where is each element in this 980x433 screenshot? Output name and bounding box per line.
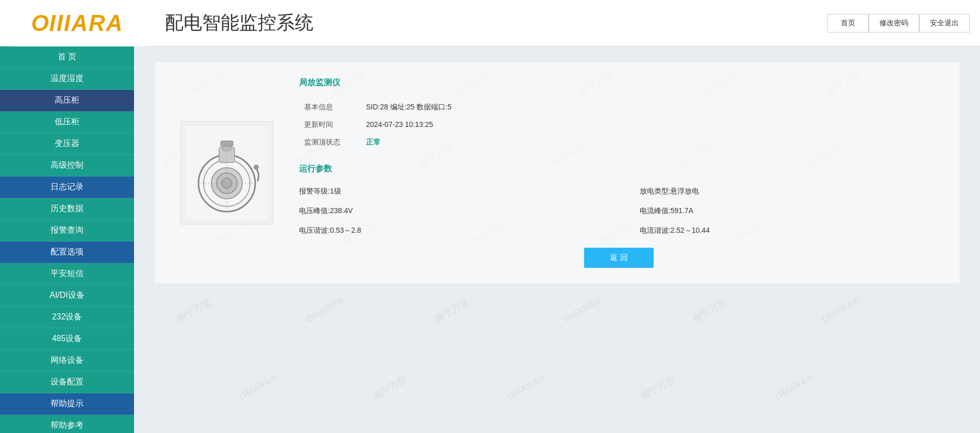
params-grid: 报警等级:1级 放电类型:悬浮放电 电压峰值:238.4V 电流峰值:591.7… [299, 185, 939, 237]
sidebar-item-alarm-query[interactable]: 报警查询 [0, 220, 134, 242]
sidebar-item-log-record[interactable]: 日志记录 [0, 177, 134, 198]
sidebar-item-history-data[interactable]: 历史数据 [0, 198, 134, 220]
sidebar-item-advanced-control[interactable]: 高级控制 [0, 155, 134, 177]
monitor-status-value: 正常 [361, 134, 939, 151]
svg-rect-8 [221, 141, 233, 146]
device-image-area [175, 77, 278, 268]
sidebar-item-network-device[interactable]: 网络设备 [0, 350, 134, 372]
param-current-harmonic: 电流谐波:2.52～10.44 [640, 224, 939, 237]
back-button[interactable]: 返 回 [584, 248, 653, 268]
params-title: 运行参数 [299, 164, 939, 177]
device-info: 局放监测仪 基本信息 SID:28 编址:25 数据端口:5 更新时间 2024… [299, 77, 939, 268]
sidebar-item-temp-humidity[interactable]: 温度湿度 [0, 68, 134, 90]
logout-button[interactable]: 安全退出 [919, 14, 970, 33]
monitor-status-label: 监测顶状态 [299, 134, 361, 151]
sidebar-item-help-ref[interactable]: 帮助参考 [0, 415, 134, 433]
sidebar: 首 页 温度湿度 高压柜 低压柜 变压器 高级控制 日志记录 历史数据 报警查询… [0, 46, 134, 433]
back-btn-area: 返 回 [299, 248, 939, 268]
device-section-title: 局放监测仪 [299, 77, 939, 90]
body-container: 首 页 温度湿度 高压柜 低压柜 变压器 高级控制 日志记录 历史数据 报警查询… [0, 46, 980, 433]
sidebar-item-aidi-device[interactable]: AI/DI设备 [0, 285, 134, 307]
home-button[interactable]: 首页 [827, 14, 869, 33]
sidebar-item-device-config[interactable]: 设备配置 [0, 372, 134, 393]
svg-point-9 [254, 165, 259, 170]
basic-info-label: 基本信息 [299, 99, 361, 116]
basic-info-table: 基本信息 SID:28 编址:25 数据端口:5 更新时间 2024-07-23… [299, 99, 939, 151]
param-discharge-type: 放电类型:悬浮放电 [640, 185, 939, 198]
main-content: OMARA® 南宁万世 OMARA® 南宁万世 OMARA® 南宁万世 南宁万世… [134, 46, 980, 433]
param-voltage-peak: 电压峰值:238.4V [299, 204, 599, 218]
sidebar-item-sms[interactable]: 平安短信 [0, 263, 134, 285]
header: OIIIARA 配电智能监控系统 首页 修改密码 安全退出 [0, 0, 980, 46]
sidebar-item-home[interactable]: 首 页 [0, 46, 134, 68]
logo: OIIIARA [31, 10, 123, 36]
update-time-row: 更新时间 2024-07-23 10:13:25 [299, 116, 939, 134]
device-image [180, 121, 273, 224]
sidebar-item-rs232-device[interactable]: 232设备 [0, 307, 134, 328]
param-alarm-level: 报警等级:1级 [299, 185, 599, 198]
update-time-value: 2024-07-23 10:13:25 [361, 116, 939, 134]
update-time-label: 更新时间 [299, 116, 361, 134]
header-buttons: 首页 修改密码 安全退出 [827, 14, 970, 33]
sidebar-item-config-options[interactable]: 配置选项 [0, 242, 134, 263]
change-pwd-button[interactable]: 修改密码 [869, 14, 919, 33]
sidebar-item-help-tips[interactable]: 帮助提示 [0, 393, 134, 415]
sidebar-item-lv-cabinet[interactable]: 低压柜 [0, 111, 134, 133]
status-badge: 正常 [366, 138, 380, 146]
param-voltage-harmonic: 电压谐波:0.53～2.8 [299, 224, 599, 237]
monitor-status-row: 监测顶状态 正常 [299, 134, 939, 151]
device-card: 局放监测仪 基本信息 SID:28 编址:25 数据端口:5 更新时间 2024… [155, 62, 959, 283]
params-section: 运行参数 报警等级:1级 放电类型:悬浮放电 电压峰值:238.4V 电流峰值:… [299, 164, 939, 237]
page-title: 配电智能监控系统 [144, 10, 827, 36]
sensor-svg [186, 126, 268, 219]
basic-info-value: SID:28 编址:25 数据端口:5 [361, 99, 939, 116]
basic-info-row: 基本信息 SID:28 编址:25 数据端口:5 [299, 99, 939, 116]
param-current-peak: 电流峰值:591.7A [640, 204, 939, 218]
sidebar-item-hv-cabinet[interactable]: 高压柜 [0, 90, 134, 111]
logo-area: OIIIARA [10, 0, 144, 46]
sidebar-item-transformer[interactable]: 变压器 [0, 133, 134, 155]
sidebar-item-rs485-device[interactable]: 485设备 [0, 328, 134, 350]
